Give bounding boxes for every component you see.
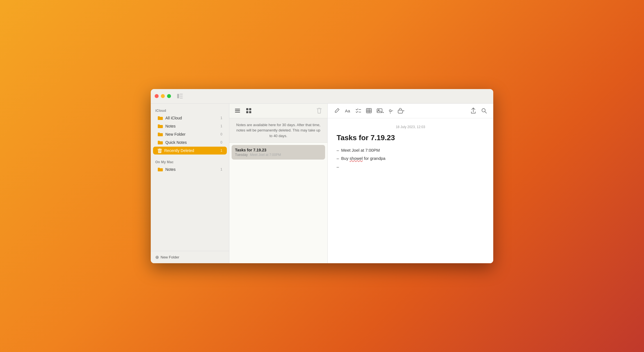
svg-rect-21 xyxy=(398,110,403,113)
format-button[interactable]: Aa xyxy=(343,106,352,115)
sidebar-item-new-folder-label: New Folder xyxy=(165,132,218,137)
sidebar-item-quick-notes-count: 0 xyxy=(218,140,222,144)
folder-icon xyxy=(157,116,163,120)
search-button[interactable] xyxy=(479,106,489,115)
note-body-text-2: Buy showel for grandpa xyxy=(341,155,385,162)
sidebar-item-recently-deleted-count: 1 xyxy=(218,149,222,153)
folder-icon xyxy=(157,132,163,137)
note-body-text-3 xyxy=(341,163,342,171)
on-my-mac-section-label: On My Mac xyxy=(151,158,229,165)
format-text-icon: Aa xyxy=(345,108,350,113)
svg-rect-3 xyxy=(180,98,183,98)
svg-rect-13 xyxy=(366,108,371,113)
info-banner: Notes are available here for 30 days. Af… xyxy=(229,118,327,143)
svg-rect-9 xyxy=(246,111,248,113)
svg-rect-5 xyxy=(235,110,240,111)
list-view-button[interactable] xyxy=(233,106,242,115)
note-item-title: Tasks for 7.19.23 xyxy=(235,148,322,152)
sidebar-item-all-icloud[interactable]: All iCloud 1 xyxy=(153,114,227,122)
svg-rect-2 xyxy=(180,96,183,96)
note-date: 18 July 2023, 12:03 xyxy=(337,125,484,129)
icloud-section-label: iCloud xyxy=(151,106,229,114)
sidebar-item-quick-notes-label: Quick Notes xyxy=(165,140,218,145)
note-body: – Meet Joel at 7:00PM – Buy showel for g… xyxy=(337,147,484,171)
editor-toolbar: Aa xyxy=(328,104,493,118)
sidebar-item-notes-icloud-label: Notes xyxy=(165,124,218,128)
sidebar-item-new-folder[interactable]: New Folder 0 xyxy=(153,130,227,138)
sidebar-item-notes-mac-count: 1 xyxy=(218,167,222,171)
maximize-button[interactable] xyxy=(167,94,171,98)
note-title: Tasks for 7.19.23 xyxy=(337,133,484,142)
compose-button[interactable] xyxy=(332,106,342,115)
svg-rect-7 xyxy=(246,108,248,110)
minimize-button[interactable] xyxy=(161,94,165,98)
note-body-text-1: Meet Joel at 7:00PM xyxy=(341,147,380,154)
sidebar-item-recently-deleted-label: Recently Deleted xyxy=(164,148,218,153)
sidebar-item-all-icloud-count: 1 xyxy=(218,116,222,120)
svg-point-20 xyxy=(389,110,391,112)
svg-rect-18 xyxy=(377,109,382,113)
note-item-date: Tuesday xyxy=(235,153,248,157)
svg-rect-0 xyxy=(177,94,179,98)
svg-rect-1 xyxy=(180,94,183,94)
svg-rect-6 xyxy=(235,112,240,113)
note-body-item-1: – Meet Joel at 7:00PM xyxy=(337,147,484,154)
sidebar-item-all-icloud-label: All iCloud xyxy=(165,116,218,120)
sidebar-toggle-button[interactable] xyxy=(176,93,184,99)
sidebar-item-new-folder-count: 0 xyxy=(218,132,222,136)
svg-rect-8 xyxy=(249,108,252,110)
trash-icon xyxy=(157,148,162,153)
window-controls xyxy=(155,94,171,98)
note-body-item-2: – Buy showel for grandpa xyxy=(337,155,484,162)
notes-list: Tasks for 7.19.23 Tuesday Meet Joel at 7… xyxy=(229,143,327,263)
new-folder-label: New Folder xyxy=(161,255,179,259)
svg-line-23 xyxy=(485,112,487,113)
checklist-button[interactable] xyxy=(353,106,363,115)
sidebar-item-notes-mac[interactable]: Notes 1 xyxy=(153,165,227,173)
table-button[interactable] xyxy=(364,106,374,115)
new-folder-button[interactable]: ⊕ New Folder xyxy=(151,251,229,263)
notes-list-toolbar xyxy=(229,104,327,118)
share-button[interactable] xyxy=(469,106,478,115)
sidebar: iCloud All iCloud 1 Notes 1 xyxy=(151,104,229,263)
sidebar-item-recently-deleted[interactable]: Recently Deleted 1 xyxy=(153,147,227,155)
media-button[interactable]: ▾ xyxy=(375,106,384,115)
note-list-item[interactable]: Tasks for 7.19.23 Tuesday Meet Joel at 7… xyxy=(232,145,325,160)
note-item-preview: Meet Joel at 7:00PM xyxy=(250,153,281,157)
note-item-meta: Tuesday Meet Joel at 7:00PM xyxy=(235,153,322,157)
notes-list-panel: Notes are available here for 30 days. Af… xyxy=(229,104,328,263)
svg-rect-10 xyxy=(249,111,252,113)
title-bar xyxy=(151,89,493,104)
note-editor-panel: Aa xyxy=(328,104,493,263)
sidebar-item-quick-notes[interactable]: Quick Notes 0 xyxy=(153,138,227,146)
main-content: iCloud All iCloud 1 Notes 1 xyxy=(151,104,493,263)
sidebar-content: iCloud All iCloud 1 Notes 1 xyxy=(151,104,229,251)
close-button[interactable] xyxy=(155,94,159,98)
note-body-item-3: – xyxy=(337,163,484,171)
folder-icon xyxy=(157,140,163,145)
folder-icon xyxy=(157,167,163,172)
sidebar-item-notes-mac-label: Notes xyxy=(165,167,218,172)
sidebar-item-notes-icloud-count: 1 xyxy=(218,124,222,128)
lock-button[interactable]: ▾ xyxy=(396,106,406,115)
notes-window: iCloud All iCloud 1 Notes 1 xyxy=(151,89,493,263)
plus-icon: ⊕ xyxy=(155,255,159,260)
editor-content[interactable]: 18 July 2023, 12:03 Tasks for 7.19.23 – … xyxy=(328,118,493,263)
svg-rect-4 xyxy=(235,109,240,110)
sidebar-item-notes-icloud[interactable]: Notes 1 xyxy=(153,122,227,130)
delete-button[interactable] xyxy=(315,106,323,115)
grid-view-button[interactable] xyxy=(245,106,253,115)
mention-button[interactable] xyxy=(385,106,395,115)
folder-icon xyxy=(157,124,163,128)
